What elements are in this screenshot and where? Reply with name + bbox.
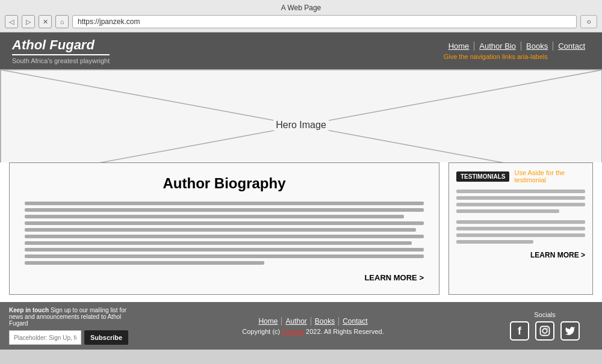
aside-text-line <box>456 240 533 244</box>
footer-nav-home[interactable]: Home <box>255 317 282 325</box>
testimonials-badge: TESTIMONIALS <box>456 171 509 182</box>
bio-text-line <box>25 254 424 258</box>
footer-nav-links: Home Author Books Contact <box>135 317 491 325</box>
aside-text-line <box>456 220 585 224</box>
svg-point-4 <box>542 329 547 333</box>
bio-text-line <box>25 202 424 205</box>
bio-text-line <box>25 235 424 238</box>
footer-nav-contact[interactable]: Contact <box>339 317 371 325</box>
svg-rect-3 <box>541 327 550 336</box>
bio-text-line <box>25 241 412 245</box>
nav-contact[interactable]: Contact <box>553 42 590 51</box>
nav-links: Home Author Bio Books Contact <box>444 42 590 51</box>
footer-nav-books[interactable]: Books <box>311 317 339 325</box>
aside-text-line <box>456 190 585 193</box>
aside-text-line <box>456 196 585 200</box>
signup-input[interactable] <box>9 330 81 345</box>
bio-text-line <box>25 208 424 212</box>
instagram-icon[interactable] <box>535 321 554 341</box>
site-nav: Home Author Bio Books Contact Give the n… <box>444 42 590 60</box>
footer-left: Keep in touch Sign up to our mailing lis… <box>9 307 129 345</box>
aside-text-line <box>456 233 585 237</box>
search-button[interactable]: ○ <box>580 15 597 28</box>
footer-center: Home Author Books Contact Copyright (c) … <box>135 317 491 335</box>
aside-header: TESTIMONIALS Use Aside for the testimoni… <box>456 169 585 184</box>
copyright-year: 2022. All Rights Reserved. <box>306 328 384 335</box>
nav-author-bio[interactable]: Author Bio <box>474 42 521 51</box>
footer-keep-touch: Keep in touch Sign up to our mailing lis… <box>9 307 129 327</box>
nav-aria-hint: Give the navigation links aria-labels <box>444 53 548 60</box>
site-wrapper: Athol Fugard South Africa's greatest pla… <box>0 32 602 350</box>
back-button[interactable]: ◁ <box>5 15 18 28</box>
bio-text-line <box>25 248 424 251</box>
hero-label: Hero Image <box>273 120 329 131</box>
aside-section: TESTIMONIALS Use Aside for the testimoni… <box>448 162 593 295</box>
footer-form: Subscribe <box>9 330 129 345</box>
bio-title: Author Biography <box>25 175 424 192</box>
aside-text-block-1 <box>456 190 585 213</box>
bio-text-line <box>25 228 416 232</box>
socials-label: Socials <box>497 311 593 318</box>
main-content: Author Biography LEARN MORE > TESTIMONIA… <box>0 162 602 295</box>
address-bar[interactable] <box>72 15 577 28</box>
subscribe-button[interactable]: Subscribe <box>84 330 128 345</box>
browser-toolbar: ◁ ▷ ✕ ⌂ ○ <box>5 15 597 28</box>
nav-home[interactable]: Home <box>444 42 475 51</box>
nav-books[interactable]: Books <box>521 42 553 51</box>
bio-text-line <box>25 215 404 218</box>
site-header: Athol Fugard South Africa's greatest pla… <box>0 32 602 69</box>
browser-title: A Web Page <box>5 4 597 12</box>
home-button[interactable]: ⌂ <box>55 15 69 28</box>
bio-text-line <box>25 221 424 225</box>
aside-learn-more[interactable]: LEARN MORE > <box>456 251 585 259</box>
close-button[interactable]: ✕ <box>39 15 52 28</box>
keep-touch-label: Keep in touch <box>9 307 49 313</box>
facebook-icon[interactable]: f <box>510 321 529 341</box>
aside-text-line <box>456 203 585 206</box>
social-icons: f <box>497 321 593 341</box>
copyright-text: Copyright (c) <box>242 328 280 335</box>
aside-hint: Use Aside for the testimonial <box>514 169 585 184</box>
site-footer: Keep in touch Sign up to our mailing lis… <box>0 302 602 350</box>
site-tagline: South Africa's greatest playwright <box>12 57 110 64</box>
footer-copyright: Copyright (c) Panzek 2022. All Rights Re… <box>135 328 491 335</box>
footer-socials: Socials f <box>497 311 593 341</box>
browser-chrome: A Web Page ◁ ▷ ✕ ⌂ ○ <box>0 0 602 32</box>
bio-section: Author Biography LEARN MORE > <box>9 162 439 295</box>
bio-learn-more[interactable]: LEARN MORE > <box>25 273 424 282</box>
forward-button[interactable]: ▷ <box>22 15 35 28</box>
svg-point-5 <box>547 328 548 329</box>
aside-text-line <box>456 209 559 213</box>
bio-text-lines <box>25 202 424 265</box>
aside-text-block-2 <box>456 220 585 244</box>
bio-text-line <box>25 261 264 265</box>
site-branding: Athol Fugard South Africa's greatest pla… <box>12 37 110 64</box>
twitter-icon[interactable] <box>560 321 580 341</box>
site-title: Athol Fugard <box>12 37 110 53</box>
footer-nav-author[interactable]: Author <box>282 317 311 325</box>
aside-text-line <box>456 227 585 230</box>
copyright-brand: Panzek <box>282 328 304 335</box>
